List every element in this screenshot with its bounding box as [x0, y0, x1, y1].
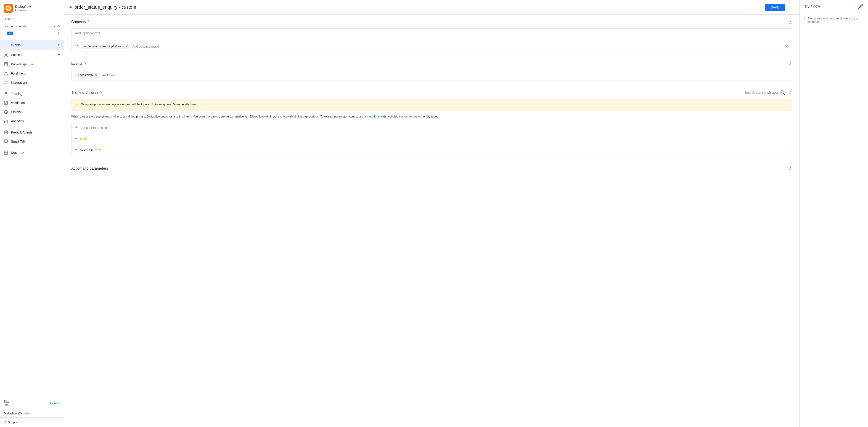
sidebar-item-label-intents: Intents	[11, 43, 21, 47]
upgrade-button[interactable]: Upgrade	[49, 401, 60, 405]
contexts-help-icon[interactable]: ?	[88, 20, 90, 24]
fulfillment-icon	[4, 71, 8, 76]
dialogflow-cx-row[interactable]: Dialogflow CX new	[0, 409, 64, 418]
training-phrases-collapse-icon[interactable]: ∧	[789, 90, 792, 95]
annotations-link[interactable]: annotations	[364, 115, 380, 118]
context-tag-label: order_status_enquiry-followup	[84, 45, 124, 48]
warning-icon: ⚠	[75, 103, 79, 108]
try-it-hint: ℹ Please use test console above to try a…	[800, 13, 868, 27]
events-help-icon[interactable]: ?	[84, 61, 86, 66]
sidebar-item-label-small-talk: Small Talk	[11, 140, 26, 143]
training-phrases-section: Training phrases ? Search training phras…	[64, 85, 800, 161]
agent-row: respond_chatbot ▾ ⚙	[0, 23, 64, 30]
event-tag-label: LOCATION	[78, 74, 93, 77]
search-training-label: Search training phrases	[745, 91, 779, 94]
add-intent-icon[interactable]: +	[57, 42, 60, 48]
output-context-remove-icon[interactable]: ✕	[785, 44, 788, 49]
add-entity-icon[interactable]: +	[57, 52, 60, 57]
event-tag-remove-icon[interactable]: ✕	[95, 74, 97, 77]
training-phrases-header: Training phrases ? Search training phras…	[71, 90, 792, 95]
more-options-icon[interactable]: ⋮	[787, 4, 794, 11]
phrase-row[interactable]: ❝ 12345	[71, 134, 792, 144]
svg-rect-4	[4, 44, 8, 44]
sidebar-item-fulfillment[interactable]: Fulfillment	[0, 69, 64, 78]
sidebar-divider-2	[0, 126, 64, 127]
phrase-1-text: 12345	[80, 137, 88, 141]
svg-point-10	[4, 56, 5, 57]
sidebar: Dialogflow Essentials Global ▾ respond_c…	[0, 0, 64, 427]
warning-link[interactable]: here.	[190, 103, 197, 106]
context-number-badge[interactable]: 5	[75, 44, 80, 49]
integrations-icon	[4, 80, 8, 85]
svg-point-3	[7, 7, 9, 9]
sidebar-item-integrations[interactable]: Integrations	[0, 78, 64, 87]
training-phrases-help-icon[interactable]: ?	[100, 90, 102, 95]
input-context-placeholder: Add input context	[75, 31, 100, 35]
add-language-icon[interactable]: +	[57, 31, 60, 36]
sidebar-item-analytics[interactable]: Analytics	[0, 117, 64, 126]
try-it-hint-text: Please use test console above to try a s…	[807, 17, 863, 24]
sidebar-item-label-training: Training	[11, 92, 22, 95]
phrase-2-text: order id is 12345	[80, 148, 103, 152]
help-circle-icon: ?	[4, 420, 6, 425]
quote-icon-input: ❝	[75, 126, 77, 130]
action-parameters-title: Action and parameters	[71, 166, 108, 171]
sidebar-item-knowledge[interactable]: Knowledge beta	[0, 60, 64, 69]
knowledge-icon	[4, 62, 8, 66]
search-training-phrases[interactable]: Search training phrases 🔍	[745, 90, 785, 95]
sidebar-item-intents[interactable]: Intents +	[0, 40, 64, 50]
entities-icon	[4, 53, 8, 57]
svg-rect-5	[4, 45, 7, 45]
contexts-title: Contexts	[71, 20, 86, 24]
context-tag-remove-icon[interactable]: ✕	[125, 45, 128, 48]
system-link[interactable]: system	[399, 115, 408, 118]
agent-dropdown-icon[interactable]: ▾	[54, 25, 56, 28]
sidebar-divider-mid	[0, 88, 64, 88]
microphone-icon[interactable]: 🎤	[858, 4, 863, 9]
action-parameters-collapse-icon[interactable]: ∧	[789, 166, 792, 171]
action-parameters-section: Action and parameters ∧	[64, 161, 800, 179]
sidebar-item-small-talk[interactable]: Small Talk	[0, 137, 64, 146]
event-tag: LOCATION ✕	[75, 73, 100, 78]
sidebar-item-label-entities: Entities	[11, 53, 22, 57]
try-it-label: Try it now	[804, 4, 820, 8]
sidebar-item-training[interactable]: Training	[0, 89, 64, 98]
events-section: Events ? ∧ LOCATION ✕ Add event	[64, 56, 800, 85]
agent-name: respond_chatbot	[4, 25, 26, 28]
sidebar-item-entities[interactable]: Entities +	[0, 50, 64, 60]
phrase-row[interactable]: ❝ order id is 12345	[71, 145, 792, 155]
warning-banner: ⚠ Template phrases are deprecated and wi…	[71, 99, 792, 111]
events-collapse-icon[interactable]: ∧	[789, 61, 792, 66]
add-input-context[interactable]: Add input context	[71, 28, 792, 38]
content-area: Contexts ? ∧ Add input context 5 order_s…	[64, 15, 800, 427]
add-expression-row[interactable]: ❝ Add user expression	[71, 123, 792, 133]
add-event-placeholder[interactable]: Add event	[102, 74, 117, 77]
sidebar-item-prebuilt-agents[interactable]: Prebuilt Agents	[0, 128, 64, 137]
top-bar: order_status_enquiry - custom SAVE ⋮	[64, 0, 800, 15]
sidebar-item-validation[interactable]: Validation	[0, 98, 64, 108]
docs-icon	[4, 150, 8, 155]
sidebar-item-history[interactable]: History	[0, 108, 64, 117]
global-selector[interactable]: Global ▾	[0, 17, 64, 23]
svg-rect-25	[6, 120, 6, 123]
sidebar-item-docs[interactable]: Docs ↗	[0, 148, 64, 157]
svg-point-19	[5, 82, 7, 83]
sidebar-item-label-integrations: Integrations	[11, 81, 28, 84]
history-icon	[4, 110, 8, 114]
agent-settings-icon[interactable]: ⚙	[57, 25, 60, 28]
training-icon	[4, 91, 8, 96]
svg-rect-6	[4, 46, 7, 46]
phrase-2-highlight: 12345	[94, 148, 103, 152]
sidebar-item-support[interactable]: ? Support ↗	[0, 418, 64, 427]
context-tag: order_status_enquiry-followup ✕	[82, 44, 130, 49]
custom-link[interactable]: custom	[413, 115, 422, 118]
external-link-icon-support: ↗	[20, 421, 22, 424]
contexts-collapse-icon[interactable]: ∧	[789, 19, 792, 25]
analytics-icon	[4, 119, 8, 123]
svg-rect-24	[4, 121, 5, 123]
save-button[interactable]: SAVE	[765, 4, 785, 11]
language-badge[interactable]: en	[7, 32, 13, 35]
right-panel: Try it now 🎤 ℹ Please use test console a…	[800, 0, 868, 427]
add-output-context-placeholder[interactable]: Add output context	[132, 45, 783, 48]
dialogflow-cx-label: Dialogflow CX	[4, 412, 22, 415]
